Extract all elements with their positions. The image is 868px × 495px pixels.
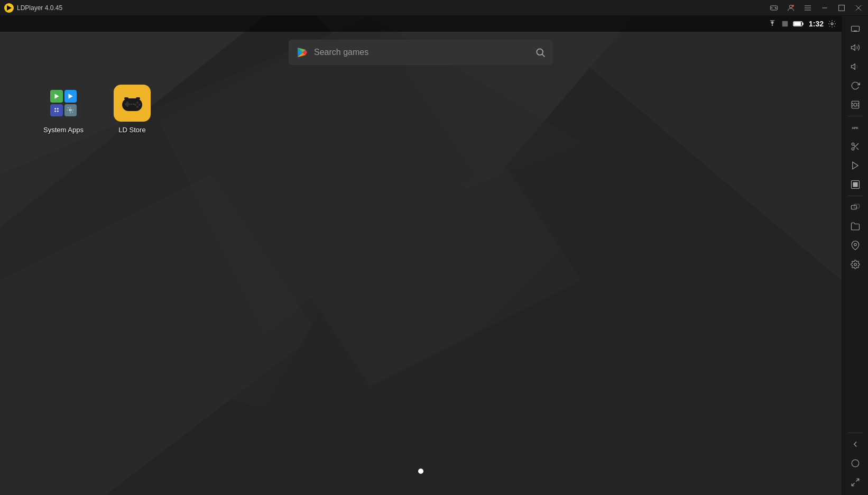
svg-line-31: [542, 54, 545, 57]
svg-rect-13: [839, 5, 845, 11]
svg-rect-81: [852, 460, 859, 467]
apk-icon[interactable]: APK: [844, 118, 867, 137]
svg-marker-74: [852, 162, 858, 169]
screenshot-icon[interactable]: [844, 95, 867, 114]
status-time: 1:32: [809, 20, 824, 28]
svg-point-45: [134, 104, 136, 106]
fullscreen-icon[interactable]: [844, 473, 867, 492]
svg-rect-25: [782, 21, 788, 27]
svg-text:APK: APK: [852, 126, 858, 130]
location-icon[interactable]: [844, 236, 867, 255]
svg-point-70: [852, 148, 854, 150]
emulator-screen: 1:32: [0, 16, 842, 495]
back-icon[interactable]: [844, 435, 867, 454]
svg-point-6: [775, 8, 776, 8]
titlebar: LDPlayer 4.0.45: [0, 0, 868, 16]
sidebar-separator-2: [847, 196, 863, 196]
svg-marker-0: [7, 5, 12, 11]
minimize-button[interactable]: [817, 1, 832, 15]
battery-icon: [793, 21, 805, 27]
svg-rect-47: [133, 104, 134, 105]
svg-line-83: [852, 483, 854, 486]
svg-point-7: [789, 5, 792, 7]
statusbar-settings-icon[interactable]: [828, 20, 836, 28]
scissors-icon[interactable]: [844, 137, 867, 156]
svg-point-38: [70, 109, 72, 112]
close-button[interactable]: [851, 1, 866, 15]
search-container: Search games: [289, 40, 553, 65]
svg-point-29: [831, 23, 833, 25]
svg-rect-28: [794, 22, 801, 26]
record-icon[interactable]: [844, 175, 867, 194]
svg-rect-62: [852, 101, 859, 108]
search-icon[interactable]: [535, 47, 546, 58]
right-sidebar: APK: [842, 16, 868, 495]
svg-point-69: [852, 143, 854, 145]
system-apps-label: System Apps: [43, 126, 84, 134]
svg-rect-41: [126, 102, 128, 107]
sidebar-bottom: [844, 431, 867, 495]
svg-line-72: [856, 148, 858, 150]
system-apps-icon[interactable]: System Apps: [42, 85, 85, 134]
desktop-icons: System Apps: [42, 85, 153, 134]
svg-point-8: [792, 5, 794, 7]
silent-icon: [781, 20, 789, 28]
svg-line-73: [854, 145, 855, 146]
ldplayer-logo: [4, 3, 14, 13]
svg-rect-49: [136, 97, 140, 99]
rotate-icon[interactable]: [844, 76, 867, 95]
svg-point-80: [854, 263, 856, 266]
titlebar-controls: [767, 1, 868, 15]
svg-rect-48: [124, 97, 128, 99]
ld-store-icon[interactable]: LD Store: [111, 85, 153, 134]
account-button[interactable]: [783, 1, 798, 15]
titlebar-left: LDPlayer 4.0.45: [0, 3, 62, 13]
play-icon[interactable]: [844, 156, 867, 175]
search-input[interactable]: Search games: [314, 48, 530, 57]
titlebar-title: LDPlayer 4.0.45: [17, 4, 62, 12]
play-store-icon: [296, 46, 309, 59]
sidebar-separator-1: [847, 116, 863, 116]
svg-point-35: [57, 108, 59, 109]
menu-button[interactable]: [800, 1, 815, 15]
multi-instance-icon[interactable]: [844, 198, 867, 217]
svg-rect-76: [853, 182, 857, 187]
sidebar-separator-3: [847, 433, 863, 433]
svg-point-5: [775, 7, 775, 7]
folder-icon[interactable]: [844, 217, 867, 236]
svg-marker-61: [851, 64, 855, 70]
ld-store-label: LD Store: [118, 126, 145, 134]
volume-down-icon[interactable]: [844, 57, 867, 76]
svg-line-82: [856, 479, 858, 481]
wifi-icon: [768, 20, 777, 28]
svg-point-30: [537, 49, 543, 55]
keyboard-icon[interactable]: [844, 19, 867, 38]
home-dot-indicator: [418, 469, 423, 474]
restore-button[interactable]: [834, 1, 849, 15]
volume-up-icon[interactable]: [844, 38, 867, 57]
android-statusbar: 1:32: [0, 16, 842, 32]
svg-point-37: [57, 111, 59, 112]
svg-point-42: [136, 102, 138, 104]
svg-point-34: [54, 108, 56, 109]
search-bar[interactable]: Search games: [289, 40, 553, 65]
svg-point-63: [854, 103, 857, 106]
settings-icon[interactable]: [844, 255, 867, 274]
svg-marker-60: [851, 45, 855, 51]
svg-point-43: [138, 104, 141, 106]
svg-marker-33: [69, 94, 73, 98]
svg-point-36: [54, 111, 56, 112]
sidebar-top: APK: [844, 16, 867, 431]
home-button-icon[interactable]: [844, 454, 867, 473]
svg-rect-46: [131, 104, 132, 105]
svg-point-79: [854, 243, 856, 246]
svg-point-44: [136, 106, 138, 108]
gamepad-button[interactable]: [767, 1, 781, 15]
svg-marker-32: [54, 94, 59, 98]
